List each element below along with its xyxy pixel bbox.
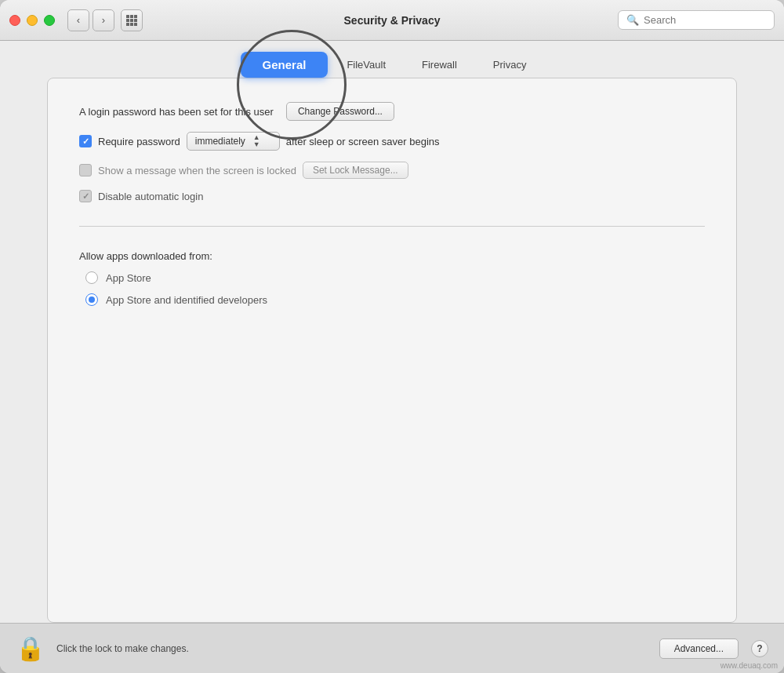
tab-bar: General FileVault Firewall Privacy [0,41,784,78]
search-input[interactable] [644,14,766,26]
after-sleep-label: after sleep or screen saver begins [286,136,440,147]
radio-app-store-row: App Store [85,271,705,284]
watermark: www.deuaq.com [720,661,778,670]
content-panel: A login password has been set for this u… [47,78,737,623]
checkmark-icon: ✓ [82,136,89,147]
bottom-bar: 🔒 Click the lock to make changes. Advanc… [0,623,784,673]
login-password-text: A login password has been set for this u… [79,106,274,118]
tab-privacy[interactable]: Privacy [476,52,544,78]
disable-autologin-label: Disable automatic login [98,191,203,202]
tab-firewall[interactable]: Firewall [405,52,474,78]
allow-apps-section: Allow apps downloaded from: App Store Ap… [79,250,705,306]
tabs-container: General FileVault Firewall Privacy [0,41,784,78]
back-icon: ‹ [77,14,80,26]
divider [79,226,705,227]
immediately-dropdown[interactable]: immediately ▲ ▼ [187,132,280,151]
radio-app-store[interactable] [85,271,98,284]
search-box[interactable]: 🔍 [618,10,775,30]
disable-autologin-row: ✓ Disable automatic login [79,190,705,202]
main-area: A login password has been set for this u… [0,78,784,623]
radio-app-store-developers[interactable] [85,293,98,306]
minimize-button[interactable] [27,15,38,26]
show-message-label: Show a message when the screen is locked [98,165,296,176]
login-password-section: A login password has been set for this u… [79,102,705,121]
radio-selected-dot [89,296,95,303]
nav-buttons: ‹ › [67,9,114,31]
immediately-value: immediately [195,136,245,147]
lock-icon[interactable]: 🔒 [16,632,44,665]
dropdown-arrows-icon: ▲ ▼ [253,134,260,148]
traffic-lights [9,15,55,26]
change-password-button[interactable]: Change Password... [286,102,394,121]
close-button[interactable] [9,15,20,26]
tab-filevault[interactable]: FileVault [329,52,403,78]
show-message-row: Show a message when the screen is locked… [79,162,705,179]
app-store-developers-label: App Store and identified developers [106,294,267,306]
allow-apps-title: Allow apps downloaded from: [79,250,705,262]
forward-icon: › [102,14,105,26]
radio-app-store-devs-row: App Store and identified developers [85,293,705,306]
titlebar: ‹ › Security & Privacy 🔍 [0,0,784,41]
advanced-button[interactable]: Advanced... [659,638,739,659]
grid-button[interactable] [121,9,143,31]
grid-icon [126,15,137,26]
forward-button[interactable]: › [93,9,114,31]
tab-general[interactable]: General [241,52,328,78]
window-title: Security & Privacy [344,14,441,27]
require-password-checkbox[interactable]: ✓ [79,135,92,147]
disable-autologin-checkbox[interactable]: ✓ [79,190,92,202]
app-store-label: App Store [106,272,151,284]
require-password-label: Require password [98,136,180,147]
help-button[interactable]: ? [751,640,768,657]
lock-click-text: Click the lock to make changes. [56,643,647,654]
back-button[interactable]: ‹ [67,9,89,31]
search-icon: 🔍 [626,14,639,26]
set-lock-message-button[interactable]: Set Lock Message... [303,162,408,179]
autologin-checkmark-icon: ✓ [82,191,89,202]
require-password-row: ✓ Require password immediately ▲ ▼ after… [79,132,705,151]
show-message-checkbox[interactable] [79,164,92,176]
maximize-button[interactable] [44,15,55,26]
